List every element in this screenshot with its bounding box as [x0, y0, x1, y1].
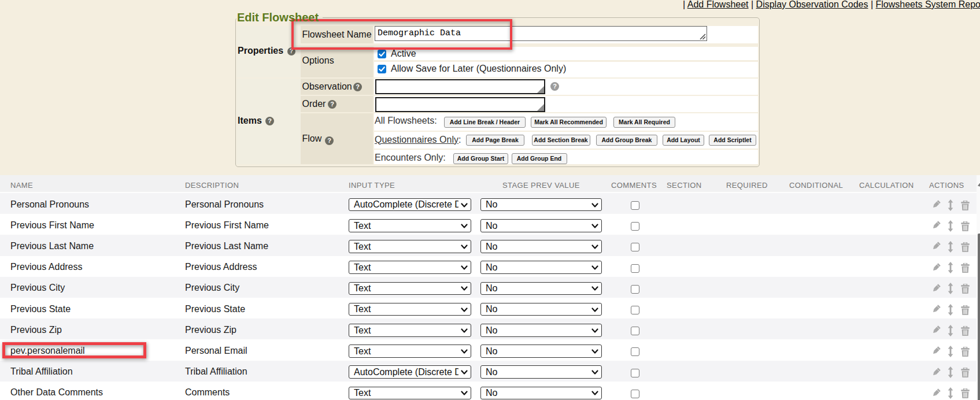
svg-text:?: ? [268, 117, 272, 124]
svg-text:?: ? [330, 101, 334, 108]
svg-text:?: ? [356, 83, 360, 90]
svg-text:?: ? [553, 83, 557, 90]
svg-text:?: ? [327, 137, 331, 144]
